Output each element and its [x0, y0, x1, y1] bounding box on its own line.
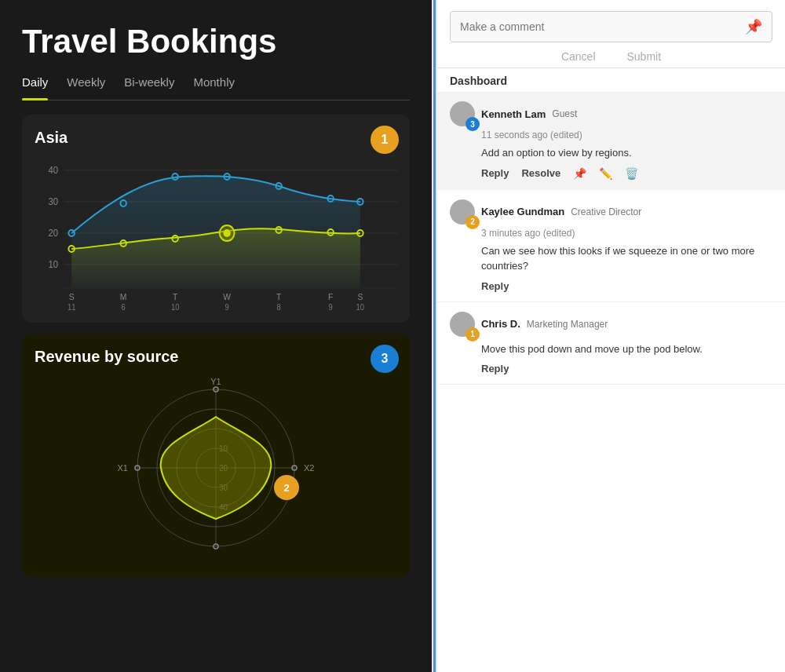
- author-name: Chris D.: [481, 318, 520, 330]
- svg-text:X1: X1: [118, 463, 128, 473]
- left-panel: Travel Bookings Daily Weekly Bi-weekly M…: [0, 0, 432, 672]
- author-role: Marketing Manager: [527, 319, 608, 330]
- asia-chart-card: Asia 1 40 30 20 10: [22, 115, 410, 323]
- comment-item: 3 Kenneth Lam Guest 11 seconds ago (edit…: [437, 92, 785, 190]
- comment-footer: Reply Resolve 📌 ✏️ 🗑️: [450, 167, 772, 180]
- comment-footer: Reply: [450, 363, 772, 374]
- reply-button[interactable]: Reply: [481, 167, 509, 179]
- comment-time: 3 minutes ago (edited): [450, 228, 772, 239]
- comment-number-badge: 3: [466, 117, 480, 131]
- pin-icon[interactable]: 📌: [745, 18, 762, 35]
- svg-text:F: F: [328, 292, 334, 301]
- tab-biweekly[interactable]: Bi-weekly: [124, 75, 174, 93]
- submit-button[interactable]: Submit: [627, 50, 662, 63]
- reply-button[interactable]: Reply: [481, 363, 509, 374]
- svg-text:20: 20: [49, 228, 59, 238]
- tab-daily[interactable]: Daily: [22, 75, 48, 93]
- line-chart: 40 30 20 10: [35, 155, 397, 312]
- svg-text:T: T: [276, 292, 282, 301]
- comment-input[interactable]: [460, 20, 745, 33]
- author-name: Kenneth Lam: [481, 108, 546, 120]
- svg-text:X2: X2: [304, 463, 314, 473]
- tabs-container: Daily Weekly Bi-weekly Monthly: [22, 75, 410, 100]
- author-role: Creative Director: [571, 206, 641, 217]
- svg-text:8: 8: [277, 303, 281, 312]
- svg-text:9: 9: [225, 303, 229, 312]
- svg-text:40: 40: [49, 165, 59, 175]
- comment-number-badge: 2: [466, 215, 480, 229]
- cancel-button[interactable]: Cancel: [561, 50, 596, 63]
- edit-comment-icon[interactable]: ✏️: [599, 167, 612, 180]
- tab-monthly[interactable]: Monthly: [193, 75, 235, 93]
- comment-input-area: 📌 Cancel Submit: [437, 0, 785, 68]
- right-panel: 📌 Cancel Submit Dashboard 3 Kenneth Lam …: [437, 0, 785, 672]
- comment-header: 1 Chris D. Marketing Manager: [450, 312, 772, 337]
- svg-text:30: 30: [49, 196, 59, 206]
- svg-text:M: M: [120, 292, 127, 301]
- svg-text:11: 11: [68, 303, 75, 312]
- comment-header: 2 Kaylee Gundman Creative Director: [450, 199, 772, 225]
- comment-time: 11 seconds ago (edited): [450, 130, 772, 141]
- svg-text:9: 9: [329, 303, 333, 312]
- svg-text:10: 10: [356, 303, 365, 312]
- comment-header: 3 Kenneth Lam Guest: [450, 101, 772, 126]
- radar-chart-title: Revenue by source: [35, 348, 397, 366]
- comment-input-wrapper[interactable]: 📌: [450, 11, 772, 42]
- comment-text: Can we see how this looks if we squeeze …: [450, 243, 772, 274]
- comment-text: Add an option to view by regions.: [450, 145, 772, 161]
- page-title: Travel Bookings: [22, 24, 410, 60]
- svg-text:S: S: [69, 292, 75, 301]
- panel-divider: [433, 0, 436, 672]
- reply-button[interactable]: Reply: [481, 280, 509, 292]
- svg-text:W: W: [223, 292, 232, 301]
- svg-text:6: 6: [122, 303, 126, 312]
- tab-weekly[interactable]: Weekly: [67, 75, 105, 93]
- comment-number-badge: 1: [466, 327, 480, 341]
- section-label: Dashboard: [437, 68, 785, 92]
- delete-comment-icon[interactable]: 🗑️: [625, 167, 638, 180]
- author-role: Guest: [552, 108, 577, 119]
- svg-text:T: T: [173, 292, 178, 301]
- svg-text:S: S: [357, 292, 363, 301]
- svg-text:10: 10: [171, 303, 180, 312]
- asia-badge: 1: [371, 126, 399, 154]
- comment-item: 1 Chris D. Marketing Manager Move this p…: [437, 302, 785, 385]
- author-name: Kaylee Gundman: [481, 206, 564, 217]
- asia-chart-title: Asia: [35, 129, 397, 147]
- radar-chart-card: Revenue by source 3 Y1 X1 X2: [22, 334, 410, 577]
- svg-text:2: 2: [283, 482, 289, 494]
- pin-comment-icon[interactable]: 📌: [573, 167, 586, 180]
- radar-badge: 3: [371, 345, 399, 373]
- svg-text:Y1: Y1: [210, 377, 221, 386]
- comment-actions: Cancel Submit: [450, 42, 772, 68]
- svg-point-20: [223, 229, 230, 237]
- resolve-button[interactable]: Resolve: [521, 167, 560, 179]
- svg-text:10: 10: [49, 259, 59, 269]
- comment-footer: Reply: [450, 280, 772, 292]
- comment-item: 2 Kaylee Gundman Creative Director 3 min…: [437, 190, 785, 302]
- comment-text: Move this pod down and move up the pod b…: [450, 341, 772, 357]
